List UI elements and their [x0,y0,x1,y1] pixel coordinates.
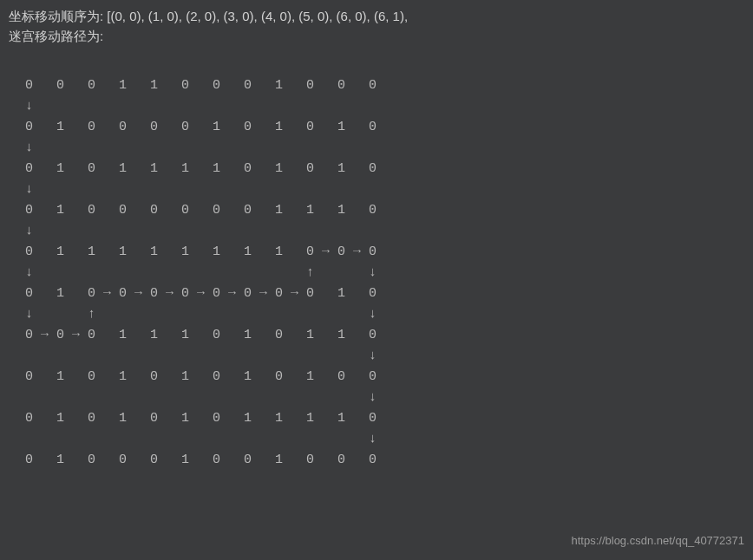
maze-path-label: 迷宫移动路径为: [9,27,744,47]
coord-sequence-label: 坐标移动顺序为: [(0, 0), (1, 0), (2, 0), (3, 0)… [9,7,744,27]
watermark-url: https://blog.csdn.net/qq_40772371 [572,534,745,547]
header-block: 坐标移动顺序为: [(0, 0), (1, 0), (2, 0), (3, 0)… [0,0,753,46]
maze-output: 0 0 0 1 1 0 0 0 1 0 0 0 ↓ 0 1 0 0 0 0 1 … [17,55,753,471]
